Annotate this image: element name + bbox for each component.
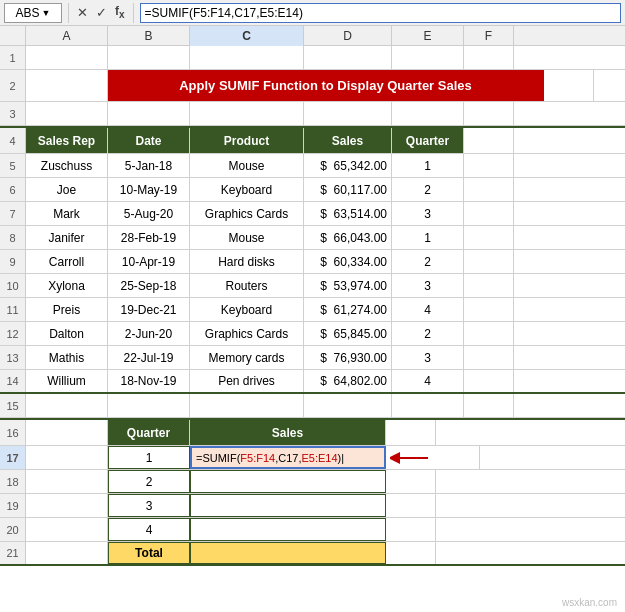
cell-b3[interactable] (108, 102, 190, 125)
cell-f2[interactable] (544, 70, 594, 101)
cell-quarter-8[interactable]: 1 (392, 226, 464, 249)
cell-product-14[interactable]: Pen drives (190, 370, 304, 392)
cell-date-14[interactable]: 18-Nov-19 (108, 370, 190, 392)
col-header-b[interactable]: A (26, 26, 108, 46)
cell-salesrep-11[interactable]: Preis (26, 298, 108, 321)
cell-e1[interactable] (392, 46, 464, 69)
cell-sales-13[interactable]: $ 76,930.00 (304, 346, 392, 369)
cell-f20[interactable] (386, 518, 436, 541)
cell-product-8[interactable]: Mouse (190, 226, 304, 249)
cell-salesrep-9[interactable]: Carroll (26, 250, 108, 273)
cancel-icon[interactable]: ✕ (75, 5, 90, 20)
cell-f3[interactable] (464, 102, 514, 125)
cell-date-13[interactable]: 22-Jul-19 (108, 346, 190, 369)
cell-c1[interactable] (190, 46, 304, 69)
cell-f18[interactable] (386, 470, 436, 493)
cell-a21[interactable] (26, 542, 108, 564)
cell-a19[interactable] (26, 494, 108, 517)
cell-a18[interactable] (26, 470, 108, 493)
cell-salesrep-12[interactable]: Dalton (26, 322, 108, 345)
cell-reference-box[interactable]: ABS ▼ (4, 3, 62, 23)
cell-f6[interactable] (464, 178, 514, 201)
cell-sales-9[interactable]: $ 60,334.00 (304, 250, 392, 273)
confirm-icon[interactable]: ✓ (94, 5, 109, 20)
dropdown-icon[interactable]: ▼ (42, 8, 51, 18)
cell-date-11[interactable]: 19-Dec-21 (108, 298, 190, 321)
cell-f16[interactable] (386, 420, 436, 445)
cell-a2[interactable] (26, 70, 108, 101)
cell-date-9[interactable]: 10-Apr-19 (108, 250, 190, 273)
cell-a20[interactable] (26, 518, 108, 541)
cell-quarter-20[interactable]: 4 (108, 518, 190, 541)
cell-sales-6[interactable]: $ 60,117.00 (304, 178, 392, 201)
insert-function-icon[interactable]: fx (113, 4, 127, 20)
cell-sales-10[interactable]: $ 53,974.00 (304, 274, 392, 297)
cell-product-7[interactable]: Graphics Cards (190, 202, 304, 225)
formula-input[interactable] (140, 3, 621, 23)
cell-c15[interactable] (190, 394, 304, 417)
cell-quarter-12[interactable]: 2 (392, 322, 464, 345)
cell-a3[interactable] (26, 102, 108, 125)
cell-f7[interactable] (464, 202, 514, 225)
cell-b15[interactable] (108, 394, 190, 417)
cell-b1[interactable] (108, 46, 190, 69)
cell-salesrep-6[interactable]: Joe (26, 178, 108, 201)
cell-f17[interactable] (430, 446, 480, 469)
cell-f1[interactable] (464, 46, 514, 69)
cell-quarter-7[interactable]: 3 (392, 202, 464, 225)
cell-product-11[interactable]: Keyboard (190, 298, 304, 321)
cell-product-10[interactable]: Routers (190, 274, 304, 297)
cell-f9[interactable] (464, 250, 514, 273)
cell-f5[interactable] (464, 154, 514, 177)
cell-product-13[interactable]: Memory cards (190, 346, 304, 369)
cell-f12[interactable] (464, 322, 514, 345)
cell-product-5[interactable]: Mouse (190, 154, 304, 177)
col-header-g[interactable]: F (464, 26, 514, 46)
cell-date-10[interactable]: 25-Sep-18 (108, 274, 190, 297)
cell-c3[interactable] (190, 102, 304, 125)
cell-date-5[interactable]: 5-Jan-18 (108, 154, 190, 177)
cell-date-7[interactable]: 5-Aug-20 (108, 202, 190, 225)
cell-sales-14[interactable]: $ 64,802.00 (304, 370, 392, 392)
cell-sales-11[interactable]: $ 61,274.00 (304, 298, 392, 321)
cell-f11[interactable] (464, 298, 514, 321)
cell-salesrep-8[interactable]: Janifer (26, 226, 108, 249)
col-header-d[interactable]: C (190, 26, 304, 46)
cell-f8[interactable] (464, 226, 514, 249)
col-header-c[interactable]: B (108, 26, 190, 46)
cell-salesrep-10[interactable]: Xylona (26, 274, 108, 297)
cell-f10[interactable] (464, 274, 514, 297)
cell-a17[interactable] (26, 446, 108, 469)
cell-salesrep-7[interactable]: Mark (26, 202, 108, 225)
cell-quarter-14[interactable]: 4 (392, 370, 464, 392)
cell-formula-17[interactable]: =SUMIF(F5:F14,C17,E5:E14)| (190, 446, 386, 469)
cell-quarter-11[interactable]: 4 (392, 298, 464, 321)
cell-date-8[interactable]: 28-Feb-19 (108, 226, 190, 249)
cell-date-12[interactable]: 2-Jun-20 (108, 322, 190, 345)
cell-f15[interactable] (464, 394, 514, 417)
cell-product-12[interactable]: Graphics Cards (190, 322, 304, 345)
cell-a1[interactable] (26, 46, 108, 69)
cell-d1[interactable] (304, 46, 392, 69)
cell-f13[interactable] (464, 346, 514, 369)
cell-date-6[interactable]: 10-May-19 (108, 178, 190, 201)
cell-e3[interactable] (392, 102, 464, 125)
cell-f4[interactable] (464, 128, 514, 153)
cell-f14[interactable] (464, 370, 514, 392)
cell-product-9[interactable]: Hard disks (190, 250, 304, 273)
cell-quarter-5[interactable]: 1 (392, 154, 464, 177)
cell-sales-18[interactable] (190, 470, 386, 493)
cell-total-value[interactable] (190, 542, 386, 564)
cell-sales-5[interactable]: $ 65,342.00 (304, 154, 392, 177)
cell-f19[interactable] (386, 494, 436, 517)
cell-sales-12[interactable]: $ 65,845.00 (304, 322, 392, 345)
cell-e15[interactable] (392, 394, 464, 417)
col-header-e[interactable]: D (304, 26, 392, 46)
cell-salesrep-14[interactable]: Willium (26, 370, 108, 392)
cell-salesrep-5[interactable]: Zuschuss (26, 154, 108, 177)
cell-quarter-10[interactable]: 3 (392, 274, 464, 297)
cell-salesrep-13[interactable]: Mathis (26, 346, 108, 369)
cell-quarter-9[interactable]: 2 (392, 250, 464, 273)
cell-quarter-6[interactable]: 2 (392, 178, 464, 201)
col-header-f[interactable]: E (392, 26, 464, 46)
